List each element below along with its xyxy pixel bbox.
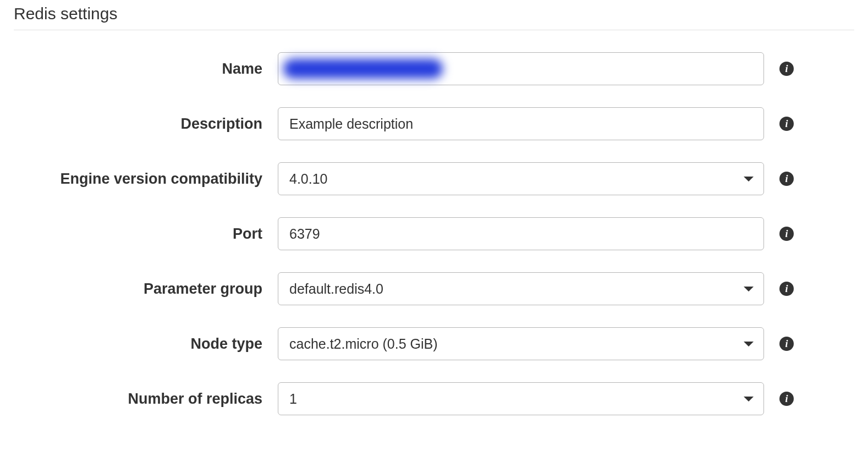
node-type-select[interactable]: cache.t2.micro (0.5 GiB) bbox=[278, 327, 764, 360]
row-port: Port i bbox=[14, 217, 854, 250]
engine-version-value: 4.0.10 bbox=[289, 171, 328, 187]
replicas-select[interactable]: 1 bbox=[278, 382, 764, 415]
caret-down-icon bbox=[744, 397, 754, 402]
label-name: Name bbox=[14, 61, 262, 78]
label-description: Description bbox=[14, 116, 262, 133]
description-input-wrap bbox=[278, 107, 764, 140]
info-icon[interactable]: i bbox=[779, 117, 794, 131]
label-port: Port bbox=[14, 226, 262, 243]
row-name: Name i bbox=[14, 52, 854, 85]
row-description: Description i bbox=[14, 107, 854, 140]
row-replicas: Number of replicas 1 i bbox=[14, 382, 854, 415]
description-input[interactable] bbox=[278, 107, 764, 140]
info-icon[interactable]: i bbox=[779, 227, 794, 241]
replicas-select-wrap: 1 bbox=[278, 382, 764, 415]
name-input[interactable] bbox=[278, 52, 764, 85]
info-icon[interactable]: i bbox=[779, 172, 794, 186]
engine-version-select[interactable]: 4.0.10 bbox=[278, 162, 764, 195]
section-title: Redis settings bbox=[14, 0, 854, 30]
redis-settings-panel: Redis settings Name i Description i Engi… bbox=[0, 0, 868, 415]
engine-version-select-wrap: 4.0.10 bbox=[278, 162, 764, 195]
info-icon[interactable]: i bbox=[779, 282, 794, 296]
info-icon[interactable]: i bbox=[779, 392, 794, 406]
name-input-wrap bbox=[278, 52, 764, 85]
replicas-value: 1 bbox=[289, 391, 297, 407]
row-node-type: Node type cache.t2.micro (0.5 GiB) i bbox=[14, 327, 854, 360]
caret-down-icon bbox=[744, 177, 754, 182]
label-parameter-group: Parameter group bbox=[14, 280, 262, 298]
node-type-select-wrap: cache.t2.micro (0.5 GiB) bbox=[278, 327, 764, 360]
info-icon[interactable]: i bbox=[779, 62, 794, 76]
label-node-type: Node type bbox=[14, 336, 262, 353]
info-icon[interactable]: i bbox=[779, 337, 794, 351]
parameter-group-select-wrap: default.redis4.0 bbox=[278, 272, 764, 305]
row-engine-version: Engine version compatibility 4.0.10 i bbox=[14, 162, 854, 195]
caret-down-icon bbox=[744, 287, 754, 292]
port-input-wrap bbox=[278, 217, 764, 250]
port-input[interactable] bbox=[278, 217, 764, 250]
parameter-group-value: default.redis4.0 bbox=[289, 281, 383, 297]
row-parameter-group: Parameter group default.redis4.0 i bbox=[14, 272, 854, 305]
settings-form: Name i Description i Engine version comp… bbox=[14, 52, 854, 415]
parameter-group-select[interactable]: default.redis4.0 bbox=[278, 272, 764, 305]
label-engine-version: Engine version compatibility bbox=[14, 170, 262, 188]
label-replicas: Number of replicas bbox=[14, 391, 262, 408]
caret-down-icon bbox=[744, 342, 754, 346]
node-type-value: cache.t2.micro (0.5 GiB) bbox=[289, 336, 438, 352]
